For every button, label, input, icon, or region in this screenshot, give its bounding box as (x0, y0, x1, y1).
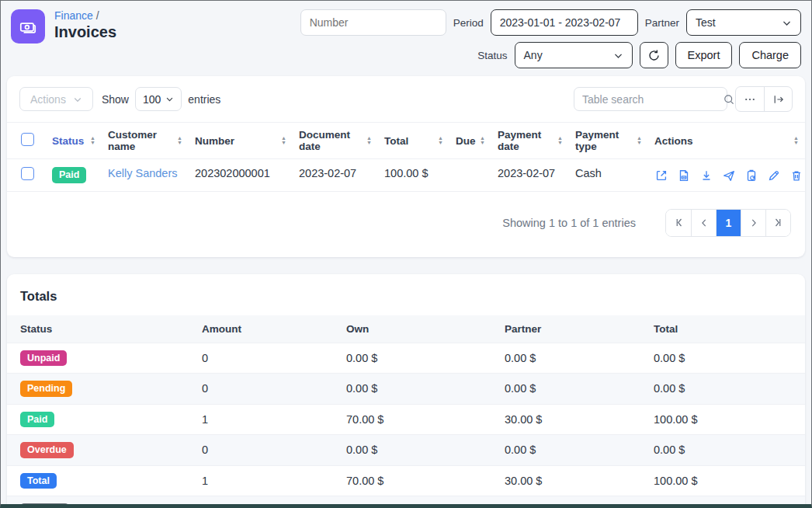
page-1-button[interactable]: 1 (716, 210, 741, 236)
chevron-down-icon (73, 95, 82, 104)
previous-page-button[interactable] (691, 210, 716, 236)
sort-icon: ▲▼ (366, 136, 372, 145)
page-header: Finance/ Invoices Period 2023-01-01 - 20… (1, 1, 811, 73)
own-cell: 0.00 $ (333, 435, 491, 466)
export-button[interactable]: Export (675, 42, 733, 68)
invoice-total: 100.00 $ (378, 159, 449, 192)
actions-label: Actions (30, 93, 66, 106)
row-checkbox[interactable] (21, 167, 34, 180)
partner-value: Test (696, 16, 716, 29)
refresh-button[interactable] (640, 42, 668, 68)
chevron-left-icon (699, 217, 710, 228)
actions-dropdown[interactable]: Actions (19, 87, 93, 111)
last-page-icon (772, 217, 784, 228)
totals-col-total: Total (640, 315, 805, 343)
sort-icon: ▲▼ (637, 136, 642, 145)
sort-icon: ▲▼ (793, 136, 799, 145)
amount-cell: 1 (189, 465, 333, 496)
more-options-button[interactable] (736, 87, 764, 111)
invoice-row: Paid Kelly Sanders 202302000001 2023-02-… (7, 159, 805, 192)
invoice-due (449, 159, 491, 192)
status-badge: Total (20, 473, 57, 489)
table-footer: Showing 1 to 1 of 1 entries 1 (7, 192, 805, 257)
table-header-row: Status▲▼ Customer name▲▼ Number▲▼ Docume… (7, 123, 805, 159)
status-badge: Paid (52, 167, 86, 183)
chevron-down-icon (165, 95, 174, 103)
totals-col-amount: Amount (189, 315, 333, 343)
charge-button[interactable]: Charge (739, 42, 801, 68)
table-options-group (735, 86, 793, 112)
totals-col-partner: Partner (491, 315, 640, 343)
sort-icon: ▲▼ (281, 136, 286, 145)
table-toolbar: Actions Show 100 entries (7, 76, 805, 122)
amount-cell: 0 (189, 374, 333, 405)
sort-icon: ▲▼ (438, 136, 443, 145)
period-label: Period (453, 17, 484, 29)
partner-cell: 0.00 $ (491, 496, 640, 508)
status-value: Any (524, 49, 543, 61)
column-header-total[interactable]: Total▲▼ (378, 123, 449, 159)
table-search-input[interactable] (582, 93, 723, 106)
period-input[interactable]: 2023-01-01 - 2023-02-07 (491, 9, 638, 36)
totals-col-own: Own (333, 315, 491, 343)
partner-cell: 0.00 $ (491, 435, 640, 466)
finance-app-icon (11, 9, 45, 43)
column-header-document-date[interactable]: Document date▲▼ (293, 123, 378, 159)
totals-table: Status Amount Own Partner Total Unpaid 0… (7, 315, 805, 508)
expand-right-icon (772, 93, 785, 106)
total-cell: 0.00 $ (640, 496, 805, 508)
send-icon[interactable] (722, 169, 736, 183)
sort-icon: ▲▼ (557, 136, 563, 145)
pagination: 1 (665, 209, 791, 237)
entries-summary: Showing 1 to 1 of 1 entries (502, 217, 636, 229)
select-all-checkbox[interactable] (21, 133, 34, 146)
row-actions (654, 167, 799, 183)
delete-icon[interactable] (789, 169, 803, 183)
column-header-actions[interactable]: Actions▲▼ (648, 123, 805, 159)
chevron-down-icon (782, 18, 792, 28)
status-badge: Deleted (20, 503, 69, 508)
own-cell: 0.00 $ (333, 374, 491, 405)
chevron-down-icon (613, 50, 623, 61)
banknote-icon (18, 16, 38, 37)
status-badge: Paid (20, 412, 54, 428)
invoices-table: Status▲▼ Customer name▲▼ Number▲▼ Docume… (7, 122, 805, 192)
download-icon[interactable] (699, 169, 713, 183)
status-select[interactable]: Any (515, 42, 633, 68)
column-header-payment-type[interactable]: Payment type▲▼ (569, 123, 648, 159)
open-external-icon[interactable] (654, 169, 668, 183)
amount-cell: 1 (189, 404, 333, 435)
column-header-status[interactable]: Status▲▼ (46, 123, 102, 159)
totals-row-pending: Pending 0 0.00 $ 0.00 $ 0.00 $ (7, 374, 805, 405)
totals-col-status: Status (7, 315, 189, 343)
totals-row-total: Total 1 70.00 $ 30.00 $ 100.00 $ (7, 465, 805, 496)
page-size-value: 100 (143, 93, 161, 106)
partner-select[interactable]: Test (686, 9, 801, 36)
own-cell: 0.00 $ (333, 343, 491, 374)
breadcrumb-link-finance[interactable]: Finance (54, 9, 93, 22)
entries-label: entries (188, 93, 220, 106)
totals-row-unpaid: Unpaid 0 0.00 $ 0.00 $ 0.00 $ (7, 343, 805, 374)
total-cell: 0.00 $ (640, 343, 805, 374)
ellipsis-icon (744, 93, 756, 106)
number-input[interactable] (300, 9, 446, 36)
last-page-button[interactable] (765, 210, 790, 236)
invoices-card: Actions Show 100 entries (7, 76, 805, 257)
customer-link[interactable]: Kelly Sanders (108, 167, 177, 179)
edit-icon[interactable] (767, 169, 781, 183)
page-size-select[interactable]: 100 (135, 87, 182, 111)
first-page-button[interactable] (666, 210, 691, 236)
breadcrumb-separator: / (96, 9, 99, 22)
table-search (574, 87, 727, 111)
next-page-button[interactable] (741, 210, 765, 236)
payment-type: Cash (569, 159, 648, 192)
column-header-number[interactable]: Number▲▼ (189, 123, 293, 159)
clipboard-refund-icon[interactable] (744, 169, 758, 183)
document-icon[interactable] (677, 169, 691, 183)
expand-table-button[interactable] (764, 87, 792, 111)
column-header-customer-name[interactable]: Customer name▲▼ (102, 123, 189, 159)
column-header-due[interactable]: Due▲▼ (449, 123, 491, 159)
page-title: Invoices (54, 23, 116, 41)
column-header-payment-date[interactable]: Payment date▲▼ (491, 123, 569, 159)
sort-icon: ▲▼ (480, 136, 485, 145)
